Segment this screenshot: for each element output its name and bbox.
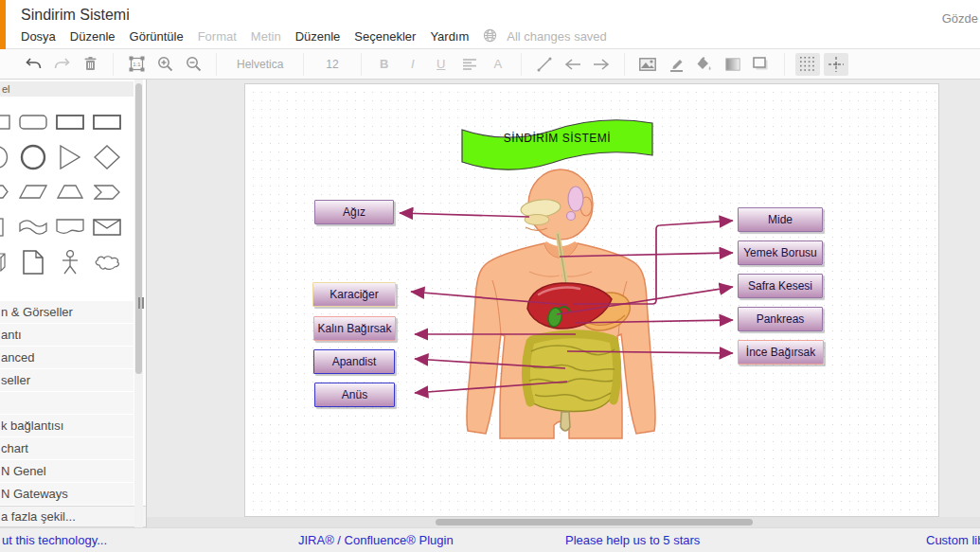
font-size-select[interactable]: 12 <box>312 58 351 71</box>
document-title: Sindirim Sistemi <box>21 7 130 24</box>
gradient-button[interactable] <box>721 53 745 76</box>
align-button[interactable] <box>457 53 482 76</box>
shape-step[interactable] <box>88 178 125 206</box>
label-safra-kesesi[interactable]: Safra Kesesi <box>738 274 823 298</box>
shape-diamond[interactable] <box>88 143 125 171</box>
sidebar-section-bpmn-genel[interactable]: N Genel <box>0 460 134 482</box>
canvas-h-scrollbar-thumb[interactable] <box>436 519 753 525</box>
panel-resize-grip[interactable] <box>138 295 146 307</box>
reset-zoom-button[interactable]: 1:1 <box>124 53 149 76</box>
shape-palette <box>0 104 134 279</box>
status-footer: ut this technology... JIRA® / Confluence… <box>0 527 980 552</box>
sidebar-section-baglanti[interactable]: antı <box>0 324 134 346</box>
sidebar-section-blok-baglantisi[interactable]: k bağlantısı <box>0 415 134 436</box>
font-family-select[interactable]: Helvetica <box>225 58 294 71</box>
label-yemek-borusu[interactable]: Yemek Borusu <box>738 240 823 265</box>
shape-actor[interactable] <box>51 248 88 276</box>
footer-link-custom-libraries[interactable]: Custom libra <box>926 533 980 547</box>
zoom-out-button[interactable] <box>181 53 205 76</box>
arrow-left-button[interactable] <box>561 53 585 76</box>
label-anus[interactable]: Anüs <box>314 383 395 407</box>
shape-note[interactable] <box>14 248 51 276</box>
canvas-h-scrollbar[interactable] <box>147 517 980 527</box>
image-button[interactable] <box>635 53 660 76</box>
shadow-button[interactable] <box>749 53 774 76</box>
label-karaciger[interactable]: Karaciğer <box>312 282 396 307</box>
shape-chevron-partial[interactable] <box>0 178 14 206</box>
menu-format: Format <box>198 29 237 46</box>
grid-toggle-button[interactable] <box>795 53 820 76</box>
label-apandist[interactable]: Apandist <box>313 349 395 374</box>
shape-rectangle-partial[interactable] <box>0 108 14 136</box>
shape-cylinder-partial[interactable] <box>0 213 14 241</box>
redo-button[interactable] <box>49 53 74 76</box>
shape-envelope[interactable] <box>88 213 125 241</box>
line-tool-button[interactable] <box>532 53 557 76</box>
sidebar-section-seller[interactable]: seller <box>0 369 134 391</box>
sidebar-section-advanced[interactable]: anced <box>0 347 134 368</box>
user-name[interactable]: Gözde Y <box>942 11 980 26</box>
footer-link-stars[interactable]: Please help us to 5 stars <box>565 533 700 547</box>
more-shapes-button[interactable]: a fazla şekil... <box>0 506 146 527</box>
guides-toggle-button[interactable] <box>824 53 848 76</box>
shape-trapezoid[interactable] <box>51 178 88 206</box>
delete-button[interactable] <box>78 53 102 76</box>
zoom-in-button[interactable] <box>152 53 177 76</box>
sidebar-section-blank[interactable] <box>0 392 134 414</box>
shape-parallelogram[interactable] <box>14 178 51 206</box>
shape-circle[interactable] <box>14 143 51 171</box>
sidebar-section-genel[interactable]: el <box>0 81 134 97</box>
menu-duzenle-2[interactable]: Düzenle <box>295 29 341 46</box>
undo-button[interactable] <box>21 53 45 76</box>
menu-secenekler[interactable]: Seçenekler <box>354 29 416 46</box>
globe-icon <box>483 28 497 45</box>
sidebar-sections: n & Görseller antı anced seller k bağlan… <box>0 301 134 506</box>
menu-yardim[interactable]: Yardım <box>430 29 469 46</box>
shape-rectangle[interactable] <box>51 108 88 136</box>
menu-goruntule[interactable]: Görüntüle <box>130 29 184 46</box>
sidebar-scrollbar-thumb[interactable] <box>135 83 142 374</box>
label-ince-bagirsak[interactable]: İnce Bağırsak <box>738 340 824 365</box>
footer-link-plugin[interactable]: JIRA® / Confluence® Plugin <box>298 533 454 547</box>
shape-document[interactable] <box>51 213 88 241</box>
shape-wave[interactable] <box>14 213 51 241</box>
shape-cube-partial[interactable] <box>0 248 14 276</box>
banner-title[interactable]: SİNDİRİM SİSTEMİ <box>462 116 652 152</box>
app-header: Sindirim Sistemi Dosya Düzenle Görüntüle… <box>0 0 980 49</box>
sidebar-section-flowchart[interactable]: chart <box>0 437 134 459</box>
menubar: Dosya Düzenle Görüntüle Format Metin Düz… <box>21 29 607 46</box>
shape-cloud[interactable] <box>88 248 125 276</box>
shape-triangle[interactable] <box>51 143 88 171</box>
font-color-button[interactable]: A <box>486 53 510 76</box>
footer-link-technology[interactable]: ut this technology... <box>2 533 107 547</box>
shape-sidebar: el <box>0 80 147 527</box>
label-agiz[interactable]: Ağız <box>314 200 394 224</box>
drawing-page[interactable]: SİNDİRİM SİSTEMİ Ağız Karaciğer Kalın Ba… <box>244 83 939 517</box>
main-area: el <box>0 80 980 527</box>
shape-circle-partial[interactable] <box>0 143 14 171</box>
italic-button[interactable]: I <box>401 53 425 76</box>
sidebar-section-bpmn-gateways[interactable]: N Gateways <box>0 483 134 505</box>
menu-duzenle[interactable]: Düzenle <box>70 29 116 46</box>
arrow-right-button[interactable] <box>589 53 614 76</box>
accent-stripe <box>0 0 6 49</box>
connector-agiz[interactable] <box>400 213 529 217</box>
label-mide[interactable]: Mide <box>738 207 823 232</box>
label-kalin-bagirsak[interactable]: Kalın Bağırsak <box>313 316 396 341</box>
sidebar-section-gorseller[interactable]: n & Görseller <box>0 301 134 323</box>
underline-button[interactable]: U <box>429 53 454 76</box>
save-status: All changes saved <box>507 29 607 46</box>
menu-metin: Metin <box>251 29 281 46</box>
shape-rounded-rectangle[interactable] <box>14 108 51 136</box>
fill-color-button[interactable] <box>692 53 717 76</box>
pencil-button[interactable] <box>664 53 688 76</box>
bold-button[interactable]: B <box>372 53 397 76</box>
canvas-area[interactable]: SİNDİRİM SİSTEMİ Ağız Karaciğer Kalın Ba… <box>147 80 980 527</box>
svg-text:1:1: 1:1 <box>133 62 141 67</box>
toolbar: 1:1 Helvetica 12 B I U A <box>0 49 980 80</box>
menu-dosya[interactable]: Dosya <box>21 29 56 46</box>
shape-rectangle-2[interactable] <box>88 108 125 136</box>
label-pankreas[interactable]: Pankreas <box>738 307 823 331</box>
